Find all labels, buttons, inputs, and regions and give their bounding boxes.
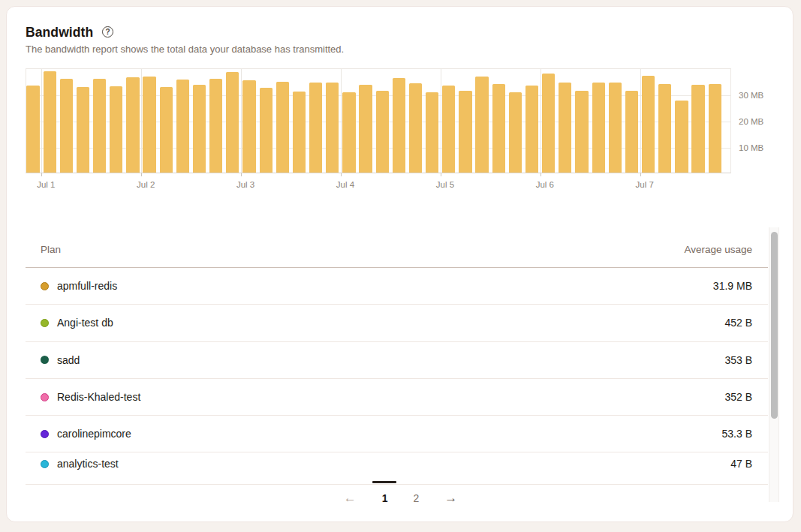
- bandwidth-chart: 30 MB20 MB10 MBJul 1Jul 2Jul 3Jul 4Jul 5…: [26, 68, 731, 173]
- chart-bar[interactable]: [226, 72, 239, 173]
- table-row[interactable]: apmfull-redis31.9 MB: [26, 268, 768, 305]
- chart-bar[interactable]: [426, 92, 438, 173]
- plan-name: Redis-Khaled-test: [57, 391, 140, 403]
- table-row[interactable]: Angi-test db452 B: [26, 305, 768, 341]
- chart-bar[interactable]: [193, 85, 206, 173]
- x-axis-label: Jul 5: [436, 180, 454, 189]
- average-usage-value: 47 B: [730, 458, 752, 470]
- chart-bar[interactable]: [709, 84, 721, 173]
- x-axis-tick: [341, 173, 342, 176]
- chart-bar[interactable]: [592, 83, 605, 173]
- chart-bar[interactable]: [26, 86, 39, 173]
- chart-bar[interactable]: [409, 83, 422, 173]
- chart-bar[interactable]: [260, 88, 273, 173]
- page-button-2[interactable]: 2: [409, 489, 424, 507]
- chart-bar[interactable]: [393, 78, 405, 173]
- table-scrollbar-thumb[interactable]: [771, 232, 778, 419]
- chart-bar[interactable]: [110, 86, 122, 173]
- chart-bar[interactable]: [276, 82, 289, 173]
- x-axis-label: Jul 1: [37, 180, 55, 189]
- chart-bar[interactable]: [60, 79, 73, 173]
- active-page-indicator: [372, 481, 396, 483]
- chart-gridline-vertical: [640, 69, 641, 173]
- chart-bar[interactable]: [77, 87, 89, 173]
- chart-bar[interactable]: [442, 86, 455, 173]
- chart-plot-area: 30 MB20 MB10 MBJul 1Jul 2Jul 3Jul 4Jul 5…: [26, 68, 731, 173]
- table-row[interactable]: Redis-Khaled-test352 B: [26, 379, 768, 416]
- next-page-button[interactable]: →: [440, 489, 462, 507]
- plan-name: carolinepimcore: [57, 428, 131, 440]
- chart-bar[interactable]: [293, 92, 306, 173]
- chart-bar[interactable]: [542, 74, 555, 173]
- x-axis-tick: [41, 173, 42, 176]
- chart-bar[interactable]: [176, 80, 189, 173]
- help-icon-glyph: ?: [105, 28, 110, 36]
- y-axis-label: 10 MB: [739, 143, 763, 152]
- x-axis-tick: [441, 173, 441, 176]
- chart-bar[interactable]: [642, 76, 655, 173]
- chart-gridline-vertical: [41, 69, 42, 173]
- table-row[interactable]: carolinepimcore53.3 B: [26, 416, 768, 452]
- chart-bar[interactable]: [492, 84, 505, 173]
- average-usage-value: 31.9 MB: [713, 280, 752, 292]
- chart-bar[interactable]: [609, 83, 622, 173]
- table-row[interactable]: analytics-test47 B: [26, 453, 768, 482]
- x-axis-label: Jul 2: [137, 180, 155, 189]
- chart-bar[interactable]: [575, 91, 588, 173]
- chart-bar[interactable]: [658, 84, 671, 173]
- chart-bar[interactable]: [93, 79, 106, 173]
- column-header-average-usage: Average usage: [684, 244, 752, 255]
- average-usage-value: 353 B: [724, 354, 752, 366]
- chart-bar[interactable]: [326, 83, 339, 173]
- chart-bar[interactable]: [525, 86, 538, 173]
- chart-bar[interactable]: [242, 80, 255, 173]
- chart-bar[interactable]: [160, 87, 173, 173]
- x-axis-label: Jul 4: [336, 180, 354, 189]
- chart-bar[interactable]: [376, 91, 389, 173]
- previous-page-button[interactable]: ←: [339, 489, 361, 507]
- x-axis-tick: [241, 173, 242, 176]
- chart-bar[interactable]: [342, 92, 355, 173]
- plan-color-dot-icon: [41, 282, 49, 290]
- chart-gridline-vertical: [441, 69, 441, 173]
- chart-bar[interactable]: [509, 92, 522, 173]
- chart-bar[interactable]: [359, 85, 372, 173]
- chart-bar[interactable]: [475, 77, 488, 173]
- chart-bar[interactable]: [459, 91, 471, 173]
- y-axis-label: 30 MB: [739, 91, 763, 100]
- table-header-row: Plan Average usage: [26, 236, 768, 268]
- page-button-1[interactable]: 1: [378, 489, 393, 507]
- column-header-plan: Plan: [41, 244, 61, 255]
- plan-name: Angi-test db: [57, 317, 113, 329]
- bandwidth-card: Bandwidth ? The bandwidth report shows t…: [6, 6, 793, 522]
- plan-color-dot-icon: [41, 430, 49, 438]
- chart-bar[interactable]: [126, 77, 139, 173]
- chart-bar[interactable]: [559, 83, 571, 173]
- chart-bar[interactable]: [675, 101, 688, 173]
- x-axis-tick: [141, 173, 142, 176]
- chart-bar[interactable]: [691, 85, 704, 173]
- chart-bar[interactable]: [209, 79, 222, 173]
- x-axis-label: Jul 7: [636, 180, 654, 189]
- help-icon[interactable]: ?: [102, 26, 113, 38]
- chart-gridline-vertical: [341, 69, 342, 173]
- x-axis-label: Jul 6: [536, 180, 554, 189]
- pagination-divider: [26, 484, 768, 485]
- average-usage-value: 53.3 B: [722, 428, 752, 440]
- plan-name: sadd: [57, 354, 80, 366]
- page-title: Bandwidth: [26, 25, 93, 41]
- plan-color-dot-icon: [41, 356, 49, 364]
- plan-name: apmfull-redis: [57, 280, 117, 292]
- chart-bar[interactable]: [625, 91, 638, 173]
- chart-bar[interactable]: [309, 83, 322, 173]
- plan-color-dot-icon: [41, 460, 49, 468]
- chart-gridline-vertical: [241, 69, 242, 173]
- y-axis-label: 20 MB: [739, 117, 763, 126]
- x-axis-label: Jul 3: [236, 180, 254, 189]
- table-row[interactable]: sadd353 B: [26, 342, 768, 379]
- chart-bar[interactable]: [44, 71, 56, 173]
- chart-bar[interactable]: [143, 77, 155, 173]
- page-subtitle: The bandwidth report shows the total dat…: [26, 44, 344, 55]
- plan-color-dot-icon: [41, 319, 49, 327]
- x-axis-tick: [541, 173, 541, 176]
